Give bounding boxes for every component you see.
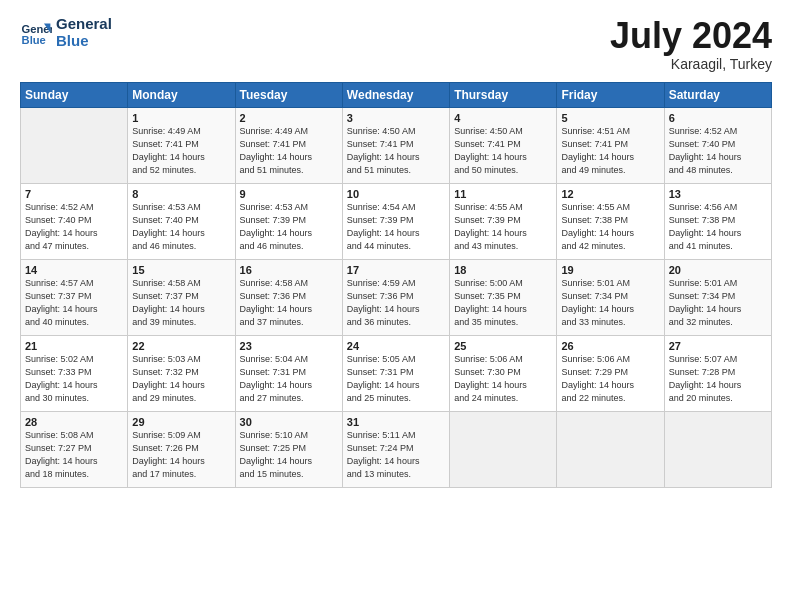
- day-cell: 29Sunrise: 5:09 AMSunset: 7:26 PMDayligh…: [128, 411, 235, 487]
- day-cell: [450, 411, 557, 487]
- day-info: Sunrise: 5:06 AMSunset: 7:30 PMDaylight:…: [454, 353, 552, 405]
- day-number: 8: [132, 188, 230, 200]
- day-info: Sunrise: 5:01 AMSunset: 7:34 PMDaylight:…: [669, 277, 767, 329]
- day-cell: 21Sunrise: 5:02 AMSunset: 7:33 PMDayligh…: [21, 335, 128, 411]
- day-cell: 31Sunrise: 5:11 AMSunset: 7:24 PMDayligh…: [342, 411, 449, 487]
- day-info: Sunrise: 5:02 AMSunset: 7:33 PMDaylight:…: [25, 353, 123, 405]
- day-cell: 24Sunrise: 5:05 AMSunset: 7:31 PMDayligh…: [342, 335, 449, 411]
- day-number: 2: [240, 112, 338, 124]
- day-cell: 3Sunrise: 4:50 AMSunset: 7:41 PMDaylight…: [342, 107, 449, 183]
- day-number: 19: [561, 264, 659, 276]
- day-info: Sunrise: 4:55 AMSunset: 7:39 PMDaylight:…: [454, 201, 552, 253]
- day-cell: 10Sunrise: 4:54 AMSunset: 7:39 PMDayligh…: [342, 183, 449, 259]
- day-number: 10: [347, 188, 445, 200]
- day-info: Sunrise: 5:06 AMSunset: 7:29 PMDaylight:…: [561, 353, 659, 405]
- day-cell: 15Sunrise: 4:58 AMSunset: 7:37 PMDayligh…: [128, 259, 235, 335]
- week-row-4: 21Sunrise: 5:02 AMSunset: 7:33 PMDayligh…: [21, 335, 772, 411]
- header-day-sunday: Sunday: [21, 82, 128, 107]
- day-number: 27: [669, 340, 767, 352]
- logo-general: General: [56, 16, 112, 33]
- day-number: 16: [240, 264, 338, 276]
- day-cell: [21, 107, 128, 183]
- day-info: Sunrise: 5:03 AMSunset: 7:32 PMDaylight:…: [132, 353, 230, 405]
- day-number: 18: [454, 264, 552, 276]
- day-cell: 13Sunrise: 4:56 AMSunset: 7:38 PMDayligh…: [664, 183, 771, 259]
- svg-text:Blue: Blue: [22, 34, 46, 46]
- day-cell: 23Sunrise: 5:04 AMSunset: 7:31 PMDayligh…: [235, 335, 342, 411]
- day-cell: 11Sunrise: 4:55 AMSunset: 7:39 PMDayligh…: [450, 183, 557, 259]
- day-info: Sunrise: 5:10 AMSunset: 7:25 PMDaylight:…: [240, 429, 338, 481]
- day-number: 23: [240, 340, 338, 352]
- header-row: SundayMondayTuesdayWednesdayThursdayFrid…: [21, 82, 772, 107]
- day-number: 7: [25, 188, 123, 200]
- day-info: Sunrise: 4:49 AMSunset: 7:41 PMDaylight:…: [240, 125, 338, 177]
- day-cell: 18Sunrise: 5:00 AMSunset: 7:35 PMDayligh…: [450, 259, 557, 335]
- day-info: Sunrise: 4:57 AMSunset: 7:37 PMDaylight:…: [25, 277, 123, 329]
- day-info: Sunrise: 5:04 AMSunset: 7:31 PMDaylight:…: [240, 353, 338, 405]
- day-number: 15: [132, 264, 230, 276]
- header-day-wednesday: Wednesday: [342, 82, 449, 107]
- month-title: July 2024: [610, 16, 772, 56]
- week-row-5: 28Sunrise: 5:08 AMSunset: 7:27 PMDayligh…: [21, 411, 772, 487]
- week-row-1: 1Sunrise: 4:49 AMSunset: 7:41 PMDaylight…: [21, 107, 772, 183]
- title-block: July 2024 Karaagil, Turkey: [610, 16, 772, 72]
- day-info: Sunrise: 4:53 AMSunset: 7:40 PMDaylight:…: [132, 201, 230, 253]
- location-subtitle: Karaagil, Turkey: [610, 56, 772, 72]
- day-number: 4: [454, 112, 552, 124]
- day-info: Sunrise: 4:50 AMSunset: 7:41 PMDaylight:…: [347, 125, 445, 177]
- day-info: Sunrise: 5:07 AMSunset: 7:28 PMDaylight:…: [669, 353, 767, 405]
- day-cell: 8Sunrise: 4:53 AMSunset: 7:40 PMDaylight…: [128, 183, 235, 259]
- day-cell: [664, 411, 771, 487]
- calendar-table: SundayMondayTuesdayWednesdayThursdayFrid…: [20, 82, 772, 488]
- week-row-2: 7Sunrise: 4:52 AMSunset: 7:40 PMDaylight…: [21, 183, 772, 259]
- day-cell: 17Sunrise: 4:59 AMSunset: 7:36 PMDayligh…: [342, 259, 449, 335]
- logo-icon: General Blue: [20, 17, 52, 49]
- day-info: Sunrise: 5:05 AMSunset: 7:31 PMDaylight:…: [347, 353, 445, 405]
- day-info: Sunrise: 4:56 AMSunset: 7:38 PMDaylight:…: [669, 201, 767, 253]
- day-info: Sunrise: 5:08 AMSunset: 7:27 PMDaylight:…: [25, 429, 123, 481]
- header-day-saturday: Saturday: [664, 82, 771, 107]
- day-info: Sunrise: 4:52 AMSunset: 7:40 PMDaylight:…: [25, 201, 123, 253]
- day-number: 3: [347, 112, 445, 124]
- day-info: Sunrise: 4:58 AMSunset: 7:36 PMDaylight:…: [240, 277, 338, 329]
- day-number: 21: [25, 340, 123, 352]
- day-cell: 14Sunrise: 4:57 AMSunset: 7:37 PMDayligh…: [21, 259, 128, 335]
- calendar-header: SundayMondayTuesdayWednesdayThursdayFrid…: [21, 82, 772, 107]
- day-cell: 1Sunrise: 4:49 AMSunset: 7:41 PMDaylight…: [128, 107, 235, 183]
- day-info: Sunrise: 4:58 AMSunset: 7:37 PMDaylight:…: [132, 277, 230, 329]
- header-day-thursday: Thursday: [450, 82, 557, 107]
- day-cell: 30Sunrise: 5:10 AMSunset: 7:25 PMDayligh…: [235, 411, 342, 487]
- day-cell: 28Sunrise: 5:08 AMSunset: 7:27 PMDayligh…: [21, 411, 128, 487]
- day-number: 26: [561, 340, 659, 352]
- day-number: 24: [347, 340, 445, 352]
- day-number: 9: [240, 188, 338, 200]
- day-cell: 19Sunrise: 5:01 AMSunset: 7:34 PMDayligh…: [557, 259, 664, 335]
- day-cell: 9Sunrise: 4:53 AMSunset: 7:39 PMDaylight…: [235, 183, 342, 259]
- header-day-friday: Friday: [557, 82, 664, 107]
- day-number: 22: [132, 340, 230, 352]
- day-cell: 4Sunrise: 4:50 AMSunset: 7:41 PMDaylight…: [450, 107, 557, 183]
- day-info: Sunrise: 4:51 AMSunset: 7:41 PMDaylight:…: [561, 125, 659, 177]
- day-number: 13: [669, 188, 767, 200]
- day-cell: 16Sunrise: 4:58 AMSunset: 7:36 PMDayligh…: [235, 259, 342, 335]
- day-number: 25: [454, 340, 552, 352]
- header: General Blue General Blue July 2024 Kara…: [20, 16, 772, 72]
- day-number: 1: [132, 112, 230, 124]
- day-cell: 5Sunrise: 4:51 AMSunset: 7:41 PMDaylight…: [557, 107, 664, 183]
- week-row-3: 14Sunrise: 4:57 AMSunset: 7:37 PMDayligh…: [21, 259, 772, 335]
- day-number: 14: [25, 264, 123, 276]
- header-day-monday: Monday: [128, 82, 235, 107]
- day-cell: 2Sunrise: 4:49 AMSunset: 7:41 PMDaylight…: [235, 107, 342, 183]
- day-number: 28: [25, 416, 123, 428]
- day-number: 31: [347, 416, 445, 428]
- day-number: 29: [132, 416, 230, 428]
- day-info: Sunrise: 4:53 AMSunset: 7:39 PMDaylight:…: [240, 201, 338, 253]
- day-info: Sunrise: 4:52 AMSunset: 7:40 PMDaylight:…: [669, 125, 767, 177]
- day-number: 12: [561, 188, 659, 200]
- logo-blue: Blue: [56, 33, 112, 50]
- day-cell: [557, 411, 664, 487]
- day-info: Sunrise: 5:09 AMSunset: 7:26 PMDaylight:…: [132, 429, 230, 481]
- day-cell: 25Sunrise: 5:06 AMSunset: 7:30 PMDayligh…: [450, 335, 557, 411]
- day-cell: 7Sunrise: 4:52 AMSunset: 7:40 PMDaylight…: [21, 183, 128, 259]
- day-number: 30: [240, 416, 338, 428]
